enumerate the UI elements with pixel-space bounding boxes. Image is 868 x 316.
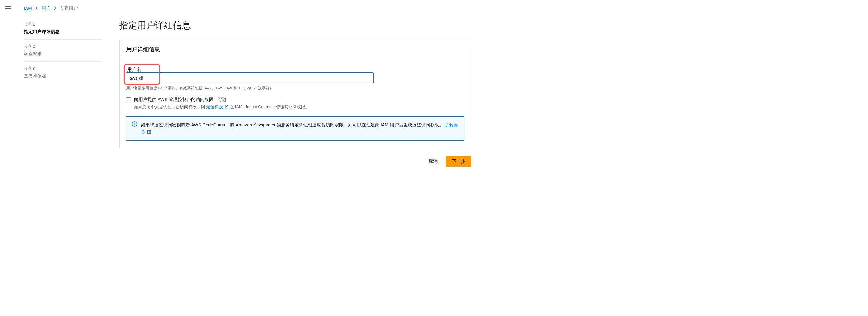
chevron-right-icon: [54, 6, 56, 11]
wizard-step-3[interactable]: 步骤 3 查看和创建: [24, 62, 101, 84]
breadcrumb-users-link[interactable]: 用户: [41, 5, 51, 11]
external-link-icon: [147, 129, 151, 134]
console-access-subtext: 如果您向个人提供控制台访问权限，则 最佳实践 在 IAM Identity Ce…: [134, 104, 464, 110]
user-details-panel: 用户详细信息 用户名 用户名最多可包含 64 个字符。有: [119, 40, 471, 148]
external-link-icon: [224, 104, 230, 109]
username-label: 用户名: [127, 66, 142, 73]
wizard-step-2[interactable]: 步骤 2 设置权限: [24, 40, 101, 62]
breadcrumb: IAM 用户 创建用户: [16, 5, 868, 18]
wizard-steps: 步骤 1 指定用户详细信息 步骤 2 设置权限 步骤 3 查看和创建: [24, 18, 101, 167]
breadcrumb-iam-link[interactable]: IAM: [24, 6, 32, 11]
breadcrumb-current: 创建用户: [60, 5, 78, 11]
step-label: 步骤 2: [24, 44, 101, 49]
step-title: 指定用户详细信息: [24, 29, 101, 35]
step-title: 查看和创建: [24, 73, 101, 79]
cancel-button[interactable]: 取消: [423, 156, 443, 167]
username-hint: 用户名最多可包含 64 个字符。有效字符包括: A–Z、a–z、0–9 和 + …: [126, 86, 464, 91]
info-alert: i 如果您通过访问密钥或者 AWS CodeCommit 或 Amazon Ke…: [126, 116, 464, 141]
page-title: 指定用户详细信息: [119, 20, 471, 32]
hamburger-menu-icon[interactable]: [5, 6, 11, 11]
console-access-checkbox[interactable]: [126, 97, 131, 102]
console-access-label: 向用户提供 AWS 管理控制台的访问权限 - 可选: [134, 97, 226, 102]
info-text: 如果您通过访问密钥或者 AWS CodeCommit 或 Amazon Keys…: [141, 122, 443, 127]
step-label: 步骤 3: [24, 66, 101, 71]
info-icon: i: [132, 121, 137, 127]
username-input[interactable]: [126, 72, 374, 83]
chevron-right-icon: [35, 6, 38, 11]
next-button[interactable]: 下一步: [446, 156, 471, 167]
best-practices-link[interactable]: 最佳实践: [206, 104, 223, 109]
wizard-step-1: 步骤 1 指定用户详细信息: [24, 18, 101, 40]
panel-title: 用户详细信息: [126, 45, 464, 53]
step-title: 设置权限: [24, 51, 101, 57]
step-label: 步骤 1: [24, 22, 101, 27]
